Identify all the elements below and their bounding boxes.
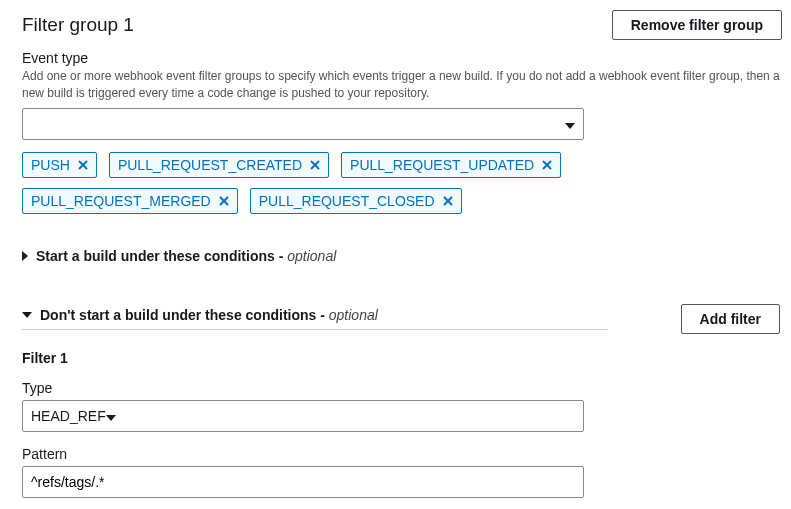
dont-start-build-conditions-toggle[interactable]: Don't start a build under these conditio…: [22, 307, 608, 329]
caret-right-icon: [22, 251, 28, 261]
event-type-chip: PUSH: [22, 152, 97, 178]
close-icon[interactable]: [78, 160, 88, 170]
event-type-label: Event type: [22, 50, 781, 66]
start-build-title: Start a build under these conditions -: [36, 248, 287, 264]
chevron-down-icon: [565, 116, 575, 132]
close-icon[interactable]: [219, 196, 229, 206]
chip-label: PULL_REQUEST_CLOSED: [259, 193, 435, 209]
event-type-chip: PULL_REQUEST_MERGED: [22, 188, 238, 214]
filter-type-value: HEAD_REF: [31, 408, 106, 424]
close-icon[interactable]: [443, 196, 453, 206]
event-type-select[interactable]: [22, 108, 584, 140]
chevron-down-icon: [106, 408, 116, 424]
event-type-chip: PULL_REQUEST_UPDATED: [341, 152, 561, 178]
add-filter-button[interactable]: Add filter: [681, 304, 780, 334]
caret-down-icon: [22, 312, 32, 318]
filter-type-label: Type: [22, 380, 781, 396]
remove-filter-group-button[interactable]: Remove filter group: [612, 10, 782, 40]
filter-pattern-label: Pattern: [22, 446, 781, 462]
filter-type-select[interactable]: HEAD_REF: [22, 400, 584, 432]
event-type-chip: PULL_REQUEST_CLOSED: [250, 188, 462, 214]
optional-label: optional: [287, 248, 336, 264]
optional-label: optional: [329, 307, 378, 323]
start-build-conditions-toggle[interactable]: Start a build under these conditions - o…: [22, 248, 781, 270]
close-icon[interactable]: [310, 160, 320, 170]
filter-pattern-input[interactable]: [22, 466, 584, 498]
filter-1-title: Filter 1: [22, 350, 781, 366]
close-icon[interactable]: [542, 160, 552, 170]
event-type-chip: PULL_REQUEST_CREATED: [109, 152, 329, 178]
dont-start-build-title: Don't start a build under these conditio…: [40, 307, 329, 323]
filter-group-title: Filter group 1: [22, 14, 612, 36]
chip-label: PULL_REQUEST_MERGED: [31, 193, 211, 209]
chip-label: PULL_REQUEST_CREATED: [118, 157, 302, 173]
chip-label: PUSH: [31, 157, 70, 173]
chip-label: PULL_REQUEST_UPDATED: [350, 157, 534, 173]
event-type-help-text: Add one or more webhook event filter gro…: [22, 68, 782, 102]
